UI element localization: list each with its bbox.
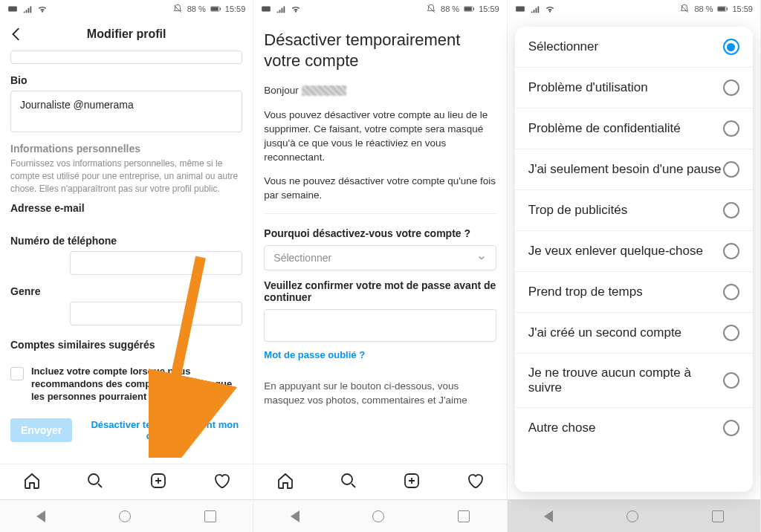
deactivate-para2: Vous ne pouvez désactiver votre compte q…	[264, 175, 496, 203]
radio-icon[interactable]	[723, 120, 739, 137]
prev-field-clip[interactable]	[10, 51, 242, 64]
nav-home-icon[interactable]	[119, 510, 131, 522]
wifi-icon	[291, 4, 301, 14]
signal-icon	[530, 4, 540, 14]
radio-icon[interactable]	[723, 325, 739, 341]
reason-option[interactable]: J'ai seulement besoin d'une pause	[515, 149, 753, 190]
password-input[interactable]	[264, 309, 496, 342]
android-nav-bar	[0, 499, 253, 532]
reason-option-label: Je veux enlever quelque-chose	[528, 244, 703, 259]
nav-recents-icon[interactable]	[712, 510, 724, 522]
radio-icon[interactable]	[723, 372, 739, 389]
battery-text: 88 %	[694, 4, 713, 13]
signal-icon	[276, 4, 286, 14]
android-nav-bar	[508, 499, 760, 532]
wifi-icon	[545, 4, 555, 14]
gender-input[interactable]	[70, 302, 242, 325]
reason-label: Pourquoi désactivez-vous votre compte ?	[264, 227, 496, 239]
reason-option[interactable]: Problème d'utilisation	[515, 68, 753, 108]
tab-bar	[0, 464, 253, 499]
nav-home-icon[interactable]	[626, 510, 638, 522]
bio-input[interactable]: Journaliste @numerama	[10, 91, 242, 132]
activity-icon[interactable]	[466, 472, 484, 493]
submit-button[interactable]: Envoyer	[10, 418, 72, 442]
reason-option[interactable]: Trop de publicités	[515, 190, 753, 231]
tab-bar	[253, 464, 506, 499]
nav-back-icon[interactable]	[544, 510, 553, 522]
reason-option[interactable]: Je veux enlever quelque-chose	[515, 231, 753, 272]
svg-rect-0	[8, 7, 17, 12]
header: Modifier profil	[0, 18, 253, 51]
signal-icon	[22, 4, 33, 14]
forgot-password-link[interactable]: Mot de passe oublié ?	[264, 349, 496, 360]
nav-recents-icon[interactable]	[204, 510, 216, 522]
radio-icon[interactable]	[723, 284, 739, 300]
volte-icon	[515, 4, 525, 14]
wifi-icon	[37, 4, 48, 14]
reason-option[interactable]: Je ne trouve aucun compte à suivre	[515, 354, 753, 408]
greeting-line: Bonjour	[264, 84, 496, 98]
reason-option[interactable]: J'ai créé un second compte	[515, 313, 753, 354]
pane-edit-profile: 88 % 15:59 Modifier profil Bio Journalis…	[0, 0, 253, 532]
time-text: 15:59	[479, 4, 499, 13]
radio-icon[interactable]	[723, 39, 739, 55]
svg-rect-2	[211, 7, 218, 10]
home-icon[interactable]	[23, 472, 41, 493]
personal-info-heading: Informations personnelles	[10, 143, 242, 155]
phone-input[interactable]	[70, 251, 242, 275]
similar-accounts-checkbox-row[interactable]: Incluez votre compte lorsque nous recomm…	[10, 366, 242, 403]
add-post-icon[interactable]	[149, 472, 167, 493]
email-label: Adresse e-mail	[10, 202, 242, 214]
pane-deactivate: 88 % 15:59 Désactiver temporairement vot…	[253, 0, 507, 532]
svg-point-4	[88, 474, 99, 484]
svg-rect-15	[719, 7, 726, 10]
search-icon[interactable]	[340, 472, 357, 493]
nav-back-icon[interactable]	[36, 510, 45, 522]
profile-form: Bio Journaliste @numerama Informations p…	[0, 51, 253, 462]
radio-icon[interactable]	[723, 420, 739, 436]
radio-icon[interactable]	[723, 80, 739, 96]
reason-option-label: Trop de publicités	[528, 203, 628, 218]
redacted-username	[302, 85, 346, 96]
checkbox-icon[interactable]	[10, 367, 24, 380]
reason-option[interactable]: Autre chose	[515, 408, 753, 448]
time-text: 15:59	[225, 4, 246, 13]
gender-label: Genre	[10, 285, 242, 297]
battery-icon	[464, 4, 474, 14]
status-bar: 88 % 15:59	[0, 0, 253, 18]
back-button[interactable]	[6, 24, 27, 45]
reason-option-label: J'ai créé un second compte	[528, 325, 681, 340]
battery-text: 88 %	[187, 4, 206, 13]
reason-option[interactable]: Problème de confidentialité	[515, 108, 753, 149]
nav-recents-icon[interactable]	[458, 510, 470, 522]
svg-rect-7	[262, 7, 271, 12]
radio-icon[interactable]	[723, 202, 739, 218]
bio-label: Bio	[10, 74, 242, 86]
svg-rect-3	[220, 7, 221, 10]
similar-accounts-heading: Comptes similaires suggérés	[10, 339, 242, 351]
radio-icon[interactable]	[723, 161, 739, 178]
activity-icon[interactable]	[213, 472, 230, 493]
radio-icon[interactable]	[723, 243, 739, 259]
svg-rect-16	[727, 7, 728, 10]
deactivate-content: Désactiver temporairement votre compte B…	[253, 18, 506, 462]
search-icon[interactable]	[86, 472, 104, 493]
pane-reason-modal: 88 % 15:59 SélectionnerProblème d'utilis…	[508, 0, 761, 532]
nav-home-icon[interactable]	[372, 510, 384, 522]
reason-option-label: Je ne trouve aucun compte à suivre	[528, 366, 723, 395]
svg-rect-10	[473, 7, 474, 10]
reason-option-label: Sélectionner	[528, 39, 599, 54]
nav-back-icon[interactable]	[291, 510, 299, 522]
deactivate-link[interactable]: Désactiver temporairement mon compte.	[87, 419, 242, 441]
reason-option[interactable]: Prend trop de temps	[515, 272, 753, 313]
reason-select[interactable]: Sélectionner	[264, 245, 496, 270]
mute-icon	[426, 4, 436, 14]
home-icon[interactable]	[276, 472, 294, 493]
personal-info-helper: Fournissez vos informations personnelles…	[10, 158, 242, 195]
add-post-icon[interactable]	[403, 472, 421, 493]
reason-option-label: J'ai seulement besoin d'une pause	[528, 162, 722, 177]
confirm-password-label: Veuillez confirmer votre mot de passe av…	[264, 279, 496, 303]
reason-options-sheet: SélectionnerProblème d'utilisationProblè…	[515, 27, 753, 492]
reason-option[interactable]: Sélectionner	[515, 27, 753, 68]
deactivate-title: Désactiver temporairement votre compte	[264, 30, 496, 71]
